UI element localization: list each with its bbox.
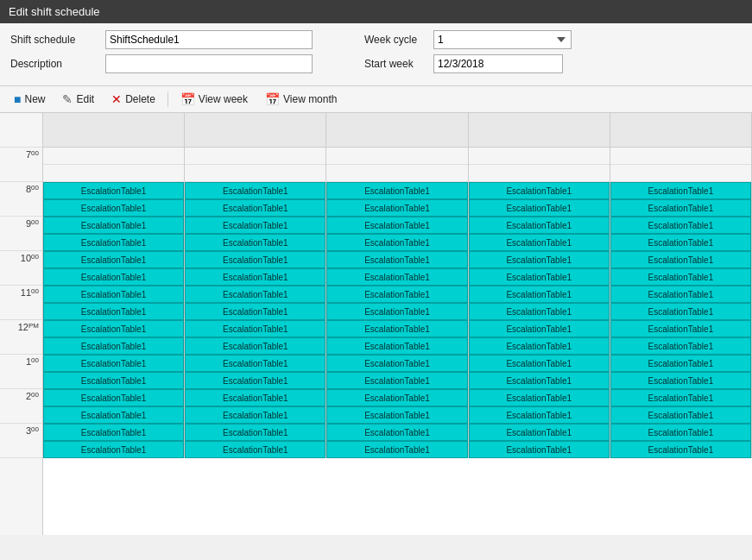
schedule-block[interactable]: EscalationTable1 (326, 355, 467, 372)
schedule-block[interactable]: EscalationTable1 (185, 424, 325, 441)
schedule-block[interactable]: EscalationTable1 (326, 199, 467, 217)
schedule-block[interactable]: EscalationTable1 (185, 251, 325, 268)
empty-slot (185, 148, 325, 165)
schedule-block[interactable]: EscalationTable1 (610, 199, 751, 217)
schedule-block[interactable]: EscalationTable1 (610, 320, 751, 337)
schedule-block[interactable]: EscalationTable1 (610, 251, 751, 268)
schedule-block[interactable]: EscalationTable1 (326, 406, 467, 424)
view-week-icon: 📅 (180, 92, 195, 106)
schedule-block[interactable]: EscalationTable1 (610, 355, 751, 372)
week-cycle-select[interactable]: 1 2 3 (433, 30, 572, 49)
schedule-block[interactable]: EscalationTable1 (610, 268, 751, 286)
schedule-block[interactable]: EscalationTable1 (185, 199, 325, 217)
schedule-block[interactable]: EscalationTable1 (469, 268, 610, 286)
schedule-block[interactable]: EscalationTable1 (469, 424, 610, 441)
schedule-block[interactable]: EscalationTable1 (326, 389, 467, 406)
schedule-block[interactable]: EscalationTable1 (185, 337, 325, 355)
schedule-block[interactable]: EscalationTable1 (43, 182, 184, 199)
schedule-block[interactable]: EscalationTable1 (469, 234, 610, 251)
schedule-block[interactable]: EscalationTable1 (326, 441, 467, 458)
schedule-block[interactable]: EscalationTable1 (610, 234, 751, 251)
schedule-block[interactable]: EscalationTable1 (43, 199, 184, 217)
schedule-block[interactable]: EscalationTable1 (610, 217, 751, 234)
schedule-block[interactable]: EscalationTable1 (185, 286, 325, 303)
schedule-block[interactable]: EscalationTable1 (326, 268, 467, 286)
schedule-block[interactable]: EscalationTable1 (43, 389, 184, 406)
schedule-block[interactable]: EscalationTable1 (610, 372, 751, 389)
schedule-block[interactable]: EscalationTable1 (185, 389, 325, 406)
schedule-block[interactable]: EscalationTable1 (326, 303, 467, 320)
schedule-block[interactable]: EscalationTable1 (469, 389, 610, 406)
schedule-block[interactable]: EscalationTable1 (469, 286, 610, 303)
schedule-block[interactable]: EscalationTable1 (326, 251, 467, 268)
schedule-block[interactable]: EscalationTable1 (185, 320, 325, 337)
schedule-block[interactable]: EscalationTable1 (185, 182, 325, 199)
delete-button[interactable]: ✕ Delete (104, 90, 162, 109)
schedule-block[interactable]: EscalationTable1 (43, 303, 184, 320)
schedule-block[interactable]: EscalationTable1 (326, 182, 467, 199)
schedule-block[interactable]: EscalationTable1 (185, 303, 325, 320)
schedule-block[interactable]: EscalationTable1 (469, 182, 610, 199)
schedule-block[interactable]: EscalationTable1 (469, 217, 610, 234)
day-column: EscalationTable1EscalationTable1Escalati… (469, 113, 610, 458)
title-bar: Edit shift schedule (0, 0, 752, 23)
schedule-block[interactable]: EscalationTable1 (610, 424, 751, 441)
schedule-block[interactable]: EscalationTable1 (469, 320, 610, 337)
schedule-block[interactable]: EscalationTable1 (43, 372, 184, 389)
schedule-block[interactable]: EscalationTable1 (469, 355, 610, 372)
schedule-block[interactable]: EscalationTable1 (185, 355, 325, 372)
schedule-block[interactable]: EscalationTable1 (43, 234, 184, 251)
schedule-block[interactable]: EscalationTable1 (610, 389, 751, 406)
edit-label: Edit (76, 93, 94, 105)
schedule-block[interactable]: EscalationTable1 (185, 406, 325, 424)
schedule-block[interactable]: EscalationTable1 (43, 406, 184, 424)
empty-slot (610, 165, 751, 182)
schedule-block[interactable]: EscalationTable1 (326, 424, 467, 441)
schedule-block[interactable]: EscalationTable1 (469, 372, 610, 389)
view-week-button[interactable]: 📅 View week (174, 90, 255, 109)
new-button[interactable]: ■ New (7, 90, 52, 109)
time-cell: 100 (0, 355, 42, 389)
schedule-block[interactable]: EscalationTable1 (185, 234, 325, 251)
schedule-block[interactable]: EscalationTable1 (43, 268, 184, 286)
view-month-button[interactable]: 📅 View month (258, 90, 344, 109)
schedule-block[interactable]: EscalationTable1 (185, 268, 325, 286)
schedule-block[interactable]: EscalationTable1 (610, 441, 751, 458)
schedule-block[interactable]: EscalationTable1 (326, 217, 467, 234)
schedule-block[interactable]: EscalationTable1 (610, 337, 751, 355)
schedule-block[interactable]: EscalationTable1 (185, 217, 325, 234)
schedule-block[interactable]: EscalationTable1 (43, 251, 184, 268)
schedule-block[interactable]: EscalationTable1 (326, 372, 467, 389)
schedule-block[interactable]: EscalationTable1 (43, 217, 184, 234)
shift-schedule-input[interactable] (105, 30, 313, 49)
schedule-block[interactable]: EscalationTable1 (185, 441, 325, 458)
schedule-block[interactable]: EscalationTable1 (326, 234, 467, 251)
schedule-block[interactable]: EscalationTable1 (43, 337, 184, 355)
schedule-block[interactable]: EscalationTable1 (469, 251, 610, 268)
start-week-input[interactable] (433, 54, 563, 73)
schedule-block[interactable]: EscalationTable1 (43, 441, 184, 458)
schedule-block[interactable]: EscalationTable1 (469, 406, 610, 424)
schedule-block[interactable]: EscalationTable1 (469, 303, 610, 320)
grid-area: EscalationTable1EscalationTable1Escalati… (43, 113, 752, 535)
schedule-block[interactable]: EscalationTable1 (43, 424, 184, 441)
empty-slot (43, 148, 184, 165)
schedule-block[interactable]: EscalationTable1 (610, 286, 751, 303)
schedule-block[interactable]: EscalationTable1 (326, 320, 467, 337)
description-input[interactable] (105, 54, 313, 73)
schedule-block[interactable]: EscalationTable1 (326, 286, 467, 303)
edit-button[interactable]: ✎ Edit (55, 90, 101, 109)
schedule-block[interactable]: EscalationTable1 (43, 320, 184, 337)
separator-1 (167, 91, 168, 107)
schedule-block[interactable]: EscalationTable1 (610, 303, 751, 320)
schedule-block[interactable]: EscalationTable1 (185, 372, 325, 389)
schedule-block[interactable]: EscalationTable1 (326, 337, 467, 355)
schedule-block[interactable]: EscalationTable1 (610, 406, 751, 424)
schedule-block[interactable]: EscalationTable1 (469, 441, 610, 458)
day-header (185, 113, 325, 148)
schedule-block[interactable]: EscalationTable1 (610, 182, 751, 199)
schedule-block[interactable]: EscalationTable1 (469, 199, 610, 217)
schedule-block[interactable]: EscalationTable1 (469, 337, 610, 355)
schedule-block[interactable]: EscalationTable1 (43, 286, 184, 303)
schedule-block[interactable]: EscalationTable1 (43, 355, 184, 372)
